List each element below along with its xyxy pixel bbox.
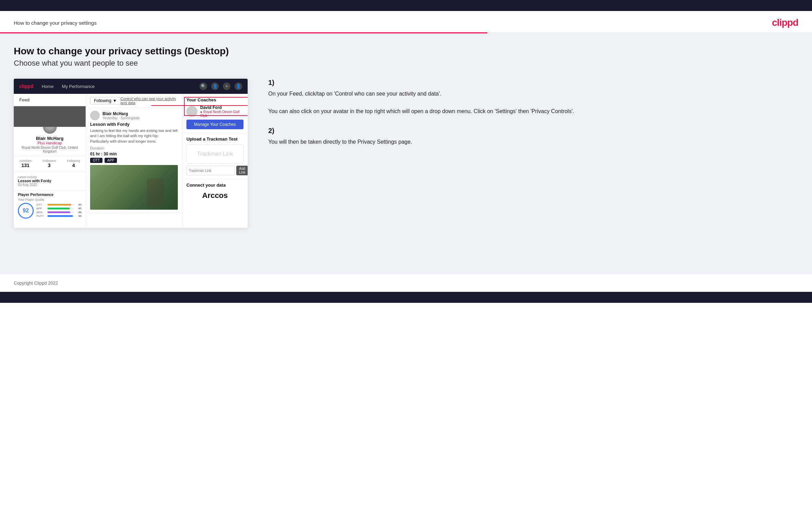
latest-activity: Latest Activity Lesson with Fordy 03 Aug… bbox=[14, 173, 86, 189]
connect-title: Connect your data bbox=[186, 183, 243, 188]
nav-icons: 🔍 👤 + 👤 bbox=[199, 82, 242, 90]
content-row: clippd Home My Performance 🔍 👤 + 👤 Feed bbox=[14, 79, 798, 228]
profile-club: Royal North Devon Golf Club, United King… bbox=[14, 146, 86, 153]
post-image bbox=[90, 165, 178, 210]
trackman-input-row: Add Link bbox=[186, 166, 243, 175]
post-title: Lesson with Fordy bbox=[90, 122, 178, 127]
trackman-placeholder: Trackman Link bbox=[186, 144, 243, 164]
arccos-brand: Arccos bbox=[186, 191, 243, 200]
stat-following: Following 4 bbox=[67, 159, 80, 168]
coaches-section: Your Coaches David Ford ● Royal North De… bbox=[182, 94, 248, 133]
trackman-title: Upload a Trackman Test bbox=[186, 136, 243, 142]
app-nav: clippd Home My Performance 🔍 👤 + 👤 bbox=[14, 79, 248, 94]
bar-putt: PUTT 96 bbox=[36, 214, 82, 218]
nav-home[interactable]: Home bbox=[42, 84, 54, 89]
manage-coaches-button[interactable]: Manage Your Coaches bbox=[186, 120, 243, 129]
coach-item: David Ford ● Royal North Devon Golf Club bbox=[186, 105, 243, 118]
profile-name: Blair McHarg bbox=[14, 136, 86, 141]
instruction-2: 2) You will then be taken directly to th… bbox=[268, 127, 798, 146]
app-body: Feed Blair McHarg Plus Handicap Royal No… bbox=[14, 94, 248, 228]
trackman-input[interactable] bbox=[186, 166, 235, 175]
left-panel: Feed Blair McHarg Plus Handicap Royal No… bbox=[14, 94, 86, 228]
instruction-1: 1) On your Feed, click/tap on 'Control w… bbox=[268, 79, 798, 116]
post-duration-value: 01 hr : 30 min bbox=[90, 152, 178, 156]
following-button[interactable]: Following ▼ bbox=[90, 97, 121, 104]
logo: clippd bbox=[772, 17, 798, 28]
header-title: How to change your privacy settings bbox=[14, 20, 97, 26]
bar-ott: OTT 90 bbox=[36, 203, 82, 206]
tpq-score: 92 bbox=[18, 203, 34, 219]
location-icon: ● bbox=[200, 110, 202, 114]
player-performance: Player Performance Total Player Quality … bbox=[14, 190, 86, 221]
avatar-icon[interactable]: 👤 bbox=[235, 82, 242, 90]
add-link-button[interactable]: Add Link bbox=[236, 166, 248, 175]
coach-club: ● Royal North Devon Golf Club bbox=[200, 110, 243, 118]
page-heading: How to change your privacy settings (Des… bbox=[14, 46, 798, 57]
nav-performance[interactable]: My Performance bbox=[62, 84, 95, 89]
bar-arg: ARG 86 bbox=[36, 211, 82, 214]
bar-app: APP 85 bbox=[36, 207, 82, 210]
person-icon[interactable]: 👤 bbox=[211, 82, 219, 90]
coach-avatar bbox=[186, 106, 197, 117]
post-header: Blair McHarg Yesterday · Sunningdale bbox=[90, 111, 178, 120]
instruction-2-text: You will then be taken directly to the P… bbox=[268, 137, 798, 146]
red-arrow-line bbox=[151, 105, 248, 106]
tag-ott: OTT bbox=[90, 158, 102, 163]
instruction-2-number: 2) bbox=[268, 127, 798, 135]
page-subheading: Choose what you want people to see bbox=[14, 59, 798, 68]
post-name: Blair McHarg bbox=[102, 111, 140, 116]
chevron-down-icon: ▼ bbox=[113, 98, 117, 103]
footer: Copyright Clippd 2022 bbox=[0, 274, 812, 292]
feed-tab[interactable]: Feed bbox=[14, 94, 86, 106]
center-panel: Following ▼ Control who can see your act… bbox=[86, 94, 182, 228]
instructions: 1) On your Feed, click/tap on 'Control w… bbox=[261, 79, 798, 157]
copyright: Copyright Clippd 2022 bbox=[14, 280, 58, 286]
coach-name: David Ford bbox=[200, 105, 243, 110]
post-avatar bbox=[90, 111, 100, 120]
post-item: Blair McHarg Yesterday · Sunningdale Les… bbox=[86, 108, 182, 213]
post-duration-label: Duration bbox=[90, 146, 178, 150]
stat-followers: Followers 3 bbox=[43, 159, 56, 168]
post-date: Yesterday · Sunningdale bbox=[102, 116, 140, 120]
bottom-bar bbox=[0, 292, 812, 303]
right-panel: Your Coaches David Ford ● Royal North De… bbox=[182, 94, 248, 228]
tpq-bars: OTT 90 APP 85 ARG bbox=[36, 203, 82, 218]
app-screenshot: clippd Home My Performance 🔍 👤 + 👤 Feed bbox=[14, 79, 248, 228]
coaches-title: Your Coaches bbox=[186, 97, 243, 102]
tag-app: APP bbox=[105, 158, 117, 163]
tpq-row: 92 OTT 90 APP 85 bbox=[18, 203, 82, 219]
post-description: Looking to feel like my hands are exitin… bbox=[90, 128, 178, 144]
connect-section: Connect your data Arccos bbox=[182, 179, 248, 203]
profile-handicap: Plus Handicap bbox=[14, 141, 86, 145]
instruction-1-text: On your Feed, click/tap on 'Control who … bbox=[268, 89, 798, 116]
search-icon[interactable]: 🔍 bbox=[199, 82, 207, 90]
app-nav-logo: clippd bbox=[19, 84, 33, 89]
image-figure bbox=[147, 179, 164, 206]
profile-stats: Activities 131 Followers 3 Following 4 bbox=[14, 156, 86, 171]
plus-icon[interactable]: + bbox=[223, 82, 230, 90]
stat-activities: Activities 131 bbox=[19, 159, 32, 168]
instruction-1-number: 1) bbox=[268, 79, 798, 87]
top-bar bbox=[0, 0, 812, 11]
main-content: How to change your privacy settings (Des… bbox=[0, 33, 812, 274]
header: How to change your privacy settings clip… bbox=[0, 11, 812, 32]
control-link[interactable]: Control who can see your activity and da… bbox=[121, 97, 178, 105]
trackman-section: Upload a Trackman Test Trackman Link Add… bbox=[182, 133, 248, 179]
profile-banner bbox=[14, 106, 86, 127]
post-tags: OTT APP bbox=[90, 158, 178, 163]
